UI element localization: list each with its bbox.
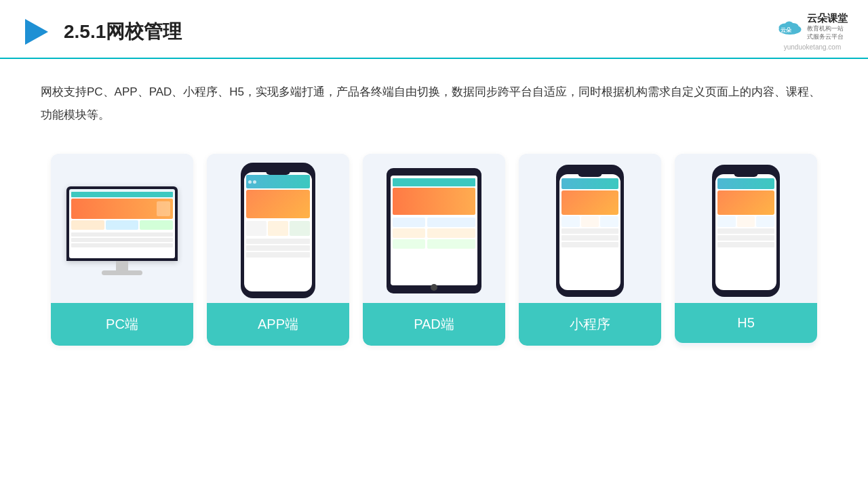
pad-block-4 bbox=[427, 218, 475, 227]
card-pad-image bbox=[363, 154, 505, 303]
h5-phone-mockup bbox=[712, 165, 780, 297]
pc-row-1 bbox=[71, 232, 173, 237]
cards-container: PC端 bbox=[0, 147, 868, 346]
app-header-bar bbox=[246, 175, 310, 188]
card-h5: H5 bbox=[675, 154, 817, 346]
miniprogram-grid bbox=[561, 216, 618, 227]
pc-card-2 bbox=[106, 220, 139, 230]
app-phone-mockup bbox=[241, 163, 315, 298]
pc-card-1 bbox=[71, 220, 104, 230]
h5-grid bbox=[717, 216, 774, 227]
pad-col-2 bbox=[427, 218, 475, 283]
h5-banner bbox=[717, 190, 774, 215]
app-grid-1 bbox=[246, 221, 267, 236]
pc-banner bbox=[71, 199, 173, 219]
monitor-base bbox=[102, 270, 142, 275]
logo-text: 云朵课堂 教育机构一站式服务云平台 bbox=[807, 12, 848, 41]
app-dot-1 bbox=[248, 180, 252, 184]
svg-text:云朵: 云朵 bbox=[781, 27, 792, 33]
miniprogram-rows bbox=[561, 228, 618, 247]
app-list bbox=[246, 239, 310, 258]
miniprogram-screen-content bbox=[559, 174, 620, 290]
pad-home-button bbox=[431, 284, 437, 291]
header: 2.5.1网校管理 云朵 云朵课堂 教育机构一站式服务云平台 yunduoket… bbox=[0, 0, 868, 59]
pad-content-area bbox=[393, 218, 475, 283]
app-list-1 bbox=[246, 239, 310, 244]
miniprogram-phone-notch bbox=[578, 171, 602, 177]
logo-url: yunduoketang.com bbox=[784, 43, 842, 51]
pad-block-6 bbox=[427, 239, 475, 249]
app-dot-2 bbox=[253, 180, 256, 184]
pad-block-5 bbox=[427, 228, 475, 238]
pad-tablet-screen bbox=[391, 176, 477, 285]
h5-grid-1 bbox=[717, 216, 736, 227]
card-pc: PC端 bbox=[51, 154, 193, 346]
miniprogram-grid-3 bbox=[600, 216, 618, 227]
app-grid-3 bbox=[290, 221, 310, 236]
h5-grid-3 bbox=[756, 216, 774, 227]
monitor-screen bbox=[69, 189, 175, 258]
card-pad: PAD端 bbox=[363, 154, 505, 346]
card-h5-label: H5 bbox=[675, 303, 817, 343]
app-banner bbox=[246, 190, 310, 218]
pc-monitor bbox=[66, 186, 178, 275]
svg-marker-0 bbox=[25, 19, 48, 45]
app-list-2 bbox=[246, 245, 310, 251]
miniprogram-phone-screen bbox=[559, 174, 620, 290]
miniprogram-grid-1 bbox=[561, 216, 580, 227]
pad-banner bbox=[393, 188, 475, 215]
h5-rows bbox=[717, 228, 774, 247]
logo-area: 云朵 云朵课堂 教育机构一站式服务云平台 yunduoketang.com bbox=[777, 12, 848, 51]
header-left: 2.5.1网校管理 bbox=[20, 16, 182, 48]
pc-screen-content bbox=[69, 189, 175, 258]
app-phone-screen bbox=[244, 172, 312, 291]
h5-header bbox=[717, 178, 774, 189]
card-pad-label: PAD端 bbox=[363, 303, 505, 346]
pad-block-2 bbox=[393, 228, 425, 238]
miniprogram-header bbox=[561, 178, 618, 189]
card-app: APP端 bbox=[207, 154, 349, 346]
app-grid-2 bbox=[268, 221, 288, 236]
logo-tagline: 教育机构一站式服务云平台 bbox=[807, 25, 848, 41]
h5-row-1 bbox=[717, 228, 774, 234]
miniprogram-grid-2 bbox=[581, 216, 599, 227]
logo-main-text: 云朵课堂 bbox=[807, 12, 848, 25]
h5-screen-content bbox=[715, 174, 776, 290]
h5-grid-2 bbox=[737, 216, 755, 227]
monitor-wrapper bbox=[66, 186, 178, 261]
app-phone-notch bbox=[266, 169, 290, 175]
card-miniprogram-label: 小程序 bbox=[519, 303, 661, 346]
miniprogram-phone-mockup bbox=[556, 165, 624, 297]
app-list-3 bbox=[246, 252, 310, 258]
play-icon bbox=[20, 16, 53, 48]
card-pc-label: PC端 bbox=[51, 303, 193, 346]
logo-cloud: 云朵 云朵课堂 教育机构一站式服务云平台 bbox=[777, 12, 848, 41]
miniprogram-row-1 bbox=[561, 228, 618, 234]
h5-phone-notch bbox=[734, 171, 758, 177]
miniprogram-row-2 bbox=[561, 235, 618, 241]
pad-screen-content bbox=[391, 176, 477, 285]
pc-rows bbox=[71, 232, 173, 247]
h5-row-2 bbox=[717, 235, 774, 241]
miniprogram-row-3 bbox=[561, 242, 618, 247]
card-miniprogram: 小程序 bbox=[519, 154, 661, 346]
pc-nav-bar bbox=[71, 192, 173, 197]
description: 网校支持PC、APP、PAD、小程序、H5，实现多端打通，产品各终端自由切换，数… bbox=[0, 59, 868, 140]
card-app-image bbox=[207, 154, 349, 303]
app-screen-content bbox=[244, 172, 312, 291]
card-miniprogram-image bbox=[519, 154, 661, 303]
app-grid bbox=[246, 221, 310, 236]
pc-row-2 bbox=[71, 238, 173, 242]
description-text: 网校支持PC、APP、PAD、小程序、H5，实现多端打通，产品各终端自由切换，数… bbox=[41, 85, 821, 121]
pad-col-1 bbox=[393, 218, 425, 283]
h5-phone-screen bbox=[715, 174, 776, 290]
pad-block-1 bbox=[393, 218, 425, 227]
pc-cards-row bbox=[71, 220, 173, 230]
monitor-neck bbox=[116, 261, 128, 270]
pad-block-3 bbox=[393, 239, 425, 249]
pad-nav-bar bbox=[393, 178, 475, 186]
card-h5-image bbox=[675, 154, 817, 303]
pad-tablet-mockup bbox=[387, 168, 481, 293]
page-title: 2.5.1网校管理 bbox=[64, 19, 182, 45]
h5-row-3 bbox=[717, 242, 774, 247]
